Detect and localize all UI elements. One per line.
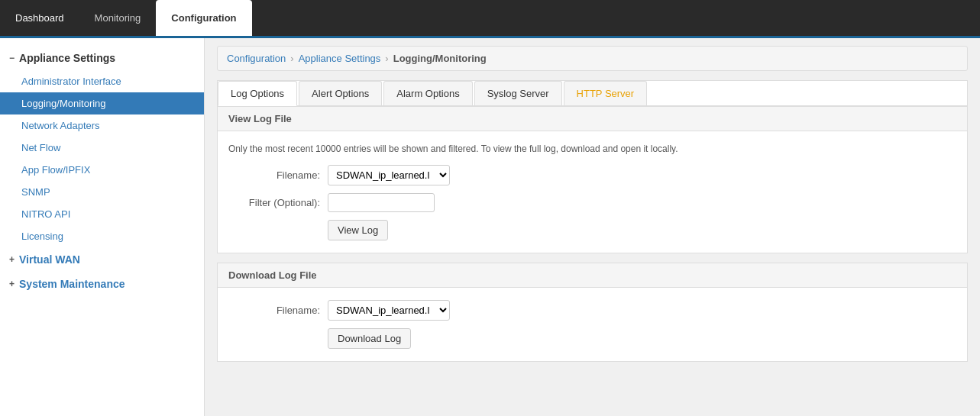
view-log-panel: View Log File Only the most recent 10000… (217, 106, 968, 253)
sidebar-item-network-adapters[interactable]: Network Adapters (0, 114, 204, 137)
view-log-filename-row: Filename: SDWAN_ip_learned.l (228, 165, 956, 185)
main-content: Configuration › Appliance Settings › Log… (205, 38, 980, 416)
sidebar-section-system-maintenance[interactable]: + System Maintenance (0, 272, 204, 296)
sidebar-item-licensing[interactable]: Licensing (0, 225, 204, 247)
tabs: Log Options Alert Options Alarm Options … (218, 81, 967, 106)
view-log-btn-row: View Log (328, 220, 956, 240)
sidebar-item-nitro-api[interactable]: NITRO API (0, 203, 204, 225)
sidebar-section-system-maintenance-label: System Maintenance (19, 278, 125, 290)
download-log-btn-row: Download Log (328, 328, 956, 349)
download-log-panel-header: Download Log File (218, 263, 967, 288)
main-layout: − Appliance Settings Administrator Inter… (0, 38, 980, 416)
sidebar-item-app-flow-ipfix[interactable]: App Flow/IPFIX (0, 159, 204, 181)
top-navigation: Dashboard Monitoring Configuration (0, 0, 980, 38)
nav-configuration[interactable]: Configuration (156, 0, 251, 36)
sidebar-section-label: Appliance Settings (19, 52, 115, 64)
sidebar-item-logging-monitoring[interactable]: Logging/Monitoring (0, 92, 204, 114)
breadcrumb-config[interactable]: Configuration (227, 53, 286, 64)
sidebar-section-virtual-wan[interactable]: + Virtual WAN (0, 247, 204, 272)
view-log-filename-label: Filename: (228, 169, 328, 181)
view-log-filename-select[interactable]: SDWAN_ip_learned.l (328, 165, 450, 185)
view-log-filter-label: Filter (Optional): (228, 197, 328, 208)
sidebar-item-net-flow[interactable]: Net Flow (0, 137, 204, 159)
nav-monitoring[interactable]: Monitoring (79, 0, 157, 36)
breadcrumb-sep-2: › (385, 53, 388, 64)
download-log-panel-body: Filename: SDWAN_ip_learned.l Download Lo… (218, 288, 967, 361)
nav-dashboard[interactable]: Dashboard (0, 0, 79, 36)
plus-icon-system-maintenance: + (9, 279, 15, 289)
download-log-filename-row: Filename: SDWAN_ip_learned.l (228, 300, 956, 321)
view-log-filter-input[interactable] (328, 193, 435, 212)
download-log-button[interactable]: Download Log (328, 328, 411, 349)
view-log-panel-header: View Log File (218, 107, 967, 131)
sidebar: − Appliance Settings Administrator Inter… (0, 38, 205, 416)
tab-syslog-server[interactable]: Syslog Server (474, 81, 562, 105)
breadcrumb-current: Logging/Monitoring (393, 53, 487, 64)
download-log-filename-select[interactable]: SDWAN_ip_learned.l (328, 300, 450, 321)
view-log-info-text: Only the most recent 10000 entries will … (228, 144, 956, 154)
tab-log-options[interactable]: Log Options (218, 81, 297, 106)
view-log-button[interactable]: View Log (328, 220, 388, 240)
tab-alert-options[interactable]: Alert Options (299, 81, 382, 105)
download-log-panel: Download Log File Filename: SDWAN_ip_lea… (217, 263, 968, 362)
tabs-wrapper: Log Options Alert Options Alarm Options … (217, 80, 968, 106)
view-log-filter-row: Filter (Optional): (228, 193, 956, 212)
sidebar-section-appliance-settings[interactable]: − Appliance Settings (0, 46, 204, 70)
breadcrumb-sep-1: › (290, 53, 293, 64)
sidebar-item-snmp[interactable]: SNMP (0, 181, 204, 203)
plus-icon-virtual-wan: + (9, 254, 15, 265)
view-log-panel-body: Only the most recent 10000 entries will … (218, 131, 967, 253)
breadcrumb: Configuration › Appliance Settings › Log… (217, 46, 968, 71)
download-log-filename-label: Filename: (228, 305, 328, 316)
tab-http-server[interactable]: HTTP Server (564, 81, 648, 105)
tab-alarm-options[interactable]: Alarm Options (383, 81, 472, 105)
minus-icon: − (9, 53, 15, 63)
sidebar-section-virtual-wan-label: Virtual WAN (19, 253, 80, 266)
breadcrumb-appliance[interactable]: Appliance Settings (299, 53, 381, 64)
sidebar-item-administrator-interface[interactable]: Administrator Interface (0, 70, 204, 92)
